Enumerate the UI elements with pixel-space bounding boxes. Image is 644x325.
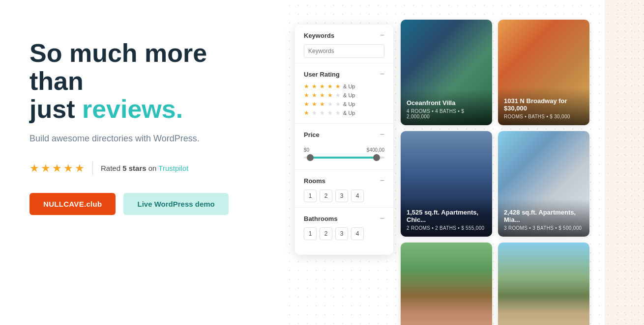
keywords-input[interactable] [304,45,384,57]
filter-sidebar: Keywords − ▶ User Rating − ★ ★ ★ [295,25,393,255]
rating-text: Rated 5 stars on Trustpilot [101,164,188,172]
bathrooms-btn-1[interactable]: 1 [304,227,317,240]
rooms-section: Rooms − 1 2 3 4 [295,170,393,208]
star-f3: ★ [320,83,325,90]
bathrooms-toggle[interactable]: − [380,215,384,222]
star-1e3: ★ [327,109,333,116]
star-3f1: ★ [304,101,309,108]
listing-card-1[interactable]: Oceanfront Villa 4 ROOMS • 4 BATHS • $ 2… [401,20,492,125]
bathrooms-label: Bathrooms [304,215,338,222]
listing-title-3: 1,525 sq.ft. Apartments, Chic... [407,209,486,223]
user-rating-section: User Rating − ★ ★ ★ ★ ★ & Up ★ ★ ★ [295,63,393,124]
range-track [304,157,384,159]
star-4f1: ★ [304,92,309,99]
headline-highlight: reviews. [82,95,183,123]
listing-image-6 [498,243,589,325]
range-thumb-right[interactable] [373,154,380,161]
star-3e1: ★ [327,101,333,108]
price-max: $400,00 [367,147,384,153]
right-panel: Keywords − ▶ User Rating − ★ ★ ★ [285,0,644,325]
keywords-toggle[interactable]: − [380,31,384,39]
keywords-header: Keywords − [304,31,384,39]
rating-3-text: & Up [343,101,355,107]
star-1e4: ★ [335,109,341,116]
star-4: ★ [63,162,73,175]
rooms-btn-2[interactable]: 2 [320,190,332,202]
listing-image-5 [401,243,492,325]
rooms-label: Rooms [304,177,325,185]
bathrooms-btn-2[interactable]: 2 [320,227,332,240]
bathrooms-btn-3[interactable]: 3 [335,227,348,240]
keywords-section: Keywords − ▶ [295,25,393,63]
listing-card-6[interactable] [498,243,589,325]
price-section: Price − $0 $400,00 [295,124,393,170]
listing-overlay-2: 1031 N Broadway for $30,000 ROOMS • BATH… [498,87,589,125]
listing-overlay-3: 1,525 sq.ft. Apartments, Chic... 2 ROOMS… [401,199,492,237]
listing-overlay-4: 2,428 sq.ft. Apartments, Mia... 3 ROOMS … [498,199,589,237]
price-min: $0 [304,147,309,153]
range-thumb-left[interactable] [307,154,314,161]
star-f2: ★ [312,83,317,90]
rooms-buttons: 1 2 3 4 [304,190,384,202]
dots-right [615,0,644,325]
rating-row-1[interactable]: ★ ★ ★ ★ ★ & Up [304,109,384,116]
nullcave-button[interactable]: NULLCAVE.club [29,193,116,215]
rooms-btn-4[interactable]: 4 [351,190,364,202]
listing-card-5[interactable] [401,243,492,325]
star-4e1: ★ [335,92,341,99]
star-2: ★ [41,162,51,175]
left-panel: So much more than just reviews. Build aw… [0,0,285,325]
price-toggle[interactable]: − [380,131,384,138]
star-f1: ★ [304,83,309,90]
listing-meta-2: ROOMS • BATHS • $ 30,000 [504,114,584,119]
listing-meta-3: 2 ROOMS • 2 BATHS • $ 555,000 [407,225,486,231]
rating-row-4[interactable]: ★ ★ ★ ★ ★ & Up [304,92,384,99]
demo-button[interactable]: Live WordPress demo [123,193,228,215]
subheadline: Build awesome directories with WordPress… [29,134,256,144]
bathrooms-btn-4[interactable]: 4 [351,227,364,240]
star-1: ★ [29,162,39,175]
rooms-btn-3[interactable]: 3 [335,190,348,202]
price-labels: $0 $400,00 [304,147,384,153]
star-3f2: ★ [312,101,317,108]
bathrooms-buttons: 1 2 3 4 [304,227,384,240]
headline-line1: So much more than [29,39,207,95]
star-f4: ★ [327,83,333,90]
rating-row-5[interactable]: ★ ★ ★ ★ ★ & Up [304,83,384,90]
price-range: $0 $400,00 [304,143,384,164]
listing-meta-4: 3 ROOMS • 3 BATHS • $ 500,000 [504,225,584,231]
listing-card-2[interactable]: 1031 N Broadway for $30,000 ROOMS • BATH… [498,20,589,125]
star-4f4: ★ [327,92,333,99]
rating-5-text: & Up [343,83,355,89]
star-1e2: ★ [320,109,325,116]
trustpilot-link[interactable]: Trustpilot [158,164,188,172]
user-rating-header: User Rating − [304,70,384,78]
star-3: ★ [52,162,62,175]
listing-title-2: 1031 N Broadway for $30,000 [504,97,584,112]
user-rating-toggle[interactable]: − [380,70,384,78]
stars-display: ★ ★ ★ ★ ★ [29,162,85,175]
divider [92,162,93,175]
rooms-toggle[interactable]: − [380,177,384,185]
listing-title-1: Oceanfront Villa [407,99,486,107]
keywords-input-wrap: ▶ [304,44,384,58]
headline: So much more than just reviews. [29,39,256,124]
range-fill [310,157,377,159]
rooms-header: Rooms − [304,177,384,185]
bathrooms-header: Bathrooms − [304,215,384,222]
star-1f1: ★ [304,109,309,116]
rating-row: ★ ★ ★ ★ ★ Rated 5 stars on Trustpilot [29,162,256,175]
user-rating-label: User Rating [304,71,340,78]
listings-grid: Oceanfront Villa 4 ROOMS • 4 BATHS • $ 2… [401,20,589,325]
star-5: ★ [75,162,85,175]
listing-card-4[interactable]: 2,428 sq.ft. Apartments, Mia... 3 ROOMS … [498,131,589,237]
listing-meta-1: 4 ROOMS • 4 BATHS • $ 2,000,000 [407,108,486,119]
rooms-btn-1[interactable]: 1 [304,190,317,202]
star-3e2: ★ [335,101,341,108]
price-label: Price [304,131,320,138]
rating-row-3[interactable]: ★ ★ ★ ★ ★ & Up [304,101,384,108]
headline-line2: just [29,95,82,123]
listing-card-3[interactable]: 1,525 sq.ft. Apartments, Chic... 2 ROOMS… [401,131,492,237]
price-header: Price − [304,131,384,138]
rating-4-text: & Up [343,92,355,98]
